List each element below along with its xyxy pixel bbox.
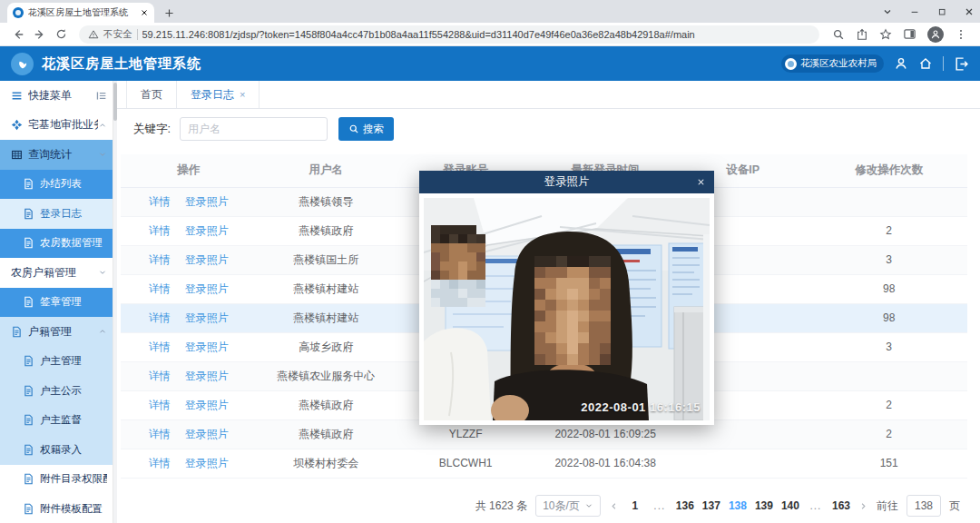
page-number-136[interactable]: 136: [676, 499, 694, 512]
modal-title: 登录照片: [544, 174, 590, 190]
address-bar[interactable]: 不安全 59.215.11.246:8081/zjdsp/?token=1458…: [79, 25, 819, 44]
sidebar-scrollbar-thumb[interactable]: [113, 83, 117, 121]
home-icon[interactable]: [918, 56, 933, 71]
sidebar-item-14[interactable]: 附件模板配置: [0, 494, 113, 523]
sidebar-item-3[interactable]: 办结列表: [0, 170, 113, 200]
modify-count-cell: [810, 187, 967, 216]
maximize-icon[interactable]: [936, 6, 947, 17]
login-photo-link[interactable]: 登录照片: [185, 281, 229, 297]
pixelated-face-center: [534, 256, 611, 365]
sidebar-item-7[interactable]: 签章管理: [0, 288, 113, 318]
zoom-icon[interactable]: [832, 28, 845, 41]
account-cell: BLCCWH1: [396, 449, 535, 478]
collapse-menu-icon[interactable]: [95, 90, 107, 102]
tab-close-icon[interactable]: ×: [240, 89, 245, 100]
sidebar-item-13[interactable]: 附件目录权限配置: [0, 465, 113, 495]
login-photo-link[interactable]: 登录照片: [185, 340, 229, 355]
tab-1[interactable]: 登录日志×: [177, 81, 260, 108]
doc-icon: [23, 296, 34, 308]
bookmark-star-icon[interactable]: [879, 28, 892, 41]
back-icon[interactable]: [12, 28, 24, 41]
login-photo-link[interactable]: 登录照片: [185, 427, 229, 442]
browser-tab-strip: 花溪区房屋土地管理系统: [0, 0, 980, 23]
detail-link[interactable]: 详情: [149, 398, 171, 413]
detail-link[interactable]: 详情: [149, 223, 171, 239]
sidebar-item-9[interactable]: 户主管理: [0, 347, 113, 377]
login-photo-link[interactable]: 登录照片: [185, 252, 229, 268]
doc-icon: [23, 178, 34, 190]
page-size-select[interactable]: 10条/页: [535, 495, 601, 517]
user-icon[interactable]: [894, 56, 908, 71]
logout-icon[interactable]: [954, 56, 969, 72]
photo-scene: [424, 198, 710, 420]
keyword-input[interactable]: [180, 117, 328, 141]
tab-close-icon[interactable]: [140, 8, 149, 17]
reload-icon[interactable]: [55, 28, 67, 40]
detail-link[interactable]: 详情: [149, 340, 171, 355]
login-photo-link[interactable]: 登录照片: [185, 223, 229, 239]
org-badge[interactable]: 花溪区农业农村局: [781, 54, 884, 73]
minimize-icon[interactable]: [909, 6, 920, 17]
username-cell: 燕楼镇政府: [256, 390, 396, 419]
forward-icon[interactable]: [34, 28, 46, 41]
login-photo-link[interactable]: 登录照片: [185, 398, 229, 413]
detail-link[interactable]: 详情: [149, 456, 171, 471]
security-label: 不安全: [103, 28, 132, 41]
menu-icon: [11, 90, 23, 102]
sidebar-item-0[interactable]: 快捷菜单: [0, 81, 113, 111]
detail-link[interactable]: 详情: [149, 194, 171, 210]
doc-icon: [23, 414, 34, 426]
sidebar-item-label: 附件目录权限配置: [40, 472, 107, 486]
url-text: 59.215.11.246:8081/zjdsp/?token=1458f804…: [142, 29, 695, 40]
search-button-label: 搜索: [363, 123, 384, 136]
doc-icon: [11, 326, 23, 338]
page-number-1[interactable]: 1: [627, 499, 643, 512]
sidebar-item-8[interactable]: 户籍管理: [0, 317, 113, 347]
detail-link[interactable]: 详情: [149, 311, 171, 326]
tab-0[interactable]: 首页: [126, 81, 177, 108]
chevron-up-icon: [98, 121, 107, 130]
username-cell: 燕楼镇农业服务中心: [256, 361, 396, 390]
browser-tab[interactable]: 花溪区房屋土地管理系统: [7, 3, 154, 23]
sidebar-item-1[interactable]: 宅基地审批业务: [0, 111, 113, 141]
login-photo-link[interactable]: 登录照片: [185, 194, 229, 210]
page-number-138[interactable]: 138: [729, 499, 747, 512]
goto-page-input[interactable]: [906, 495, 941, 517]
doc-icon: [23, 385, 34, 397]
new-tab-button[interactable]: [163, 5, 175, 19]
next-page-icon[interactable]: [858, 501, 868, 511]
browser-menu-icon[interactable]: [955, 28, 967, 41]
modal-close-icon[interactable]: [696, 171, 706, 193]
username-cell: 燕楼镇政府: [256, 419, 396, 449]
detail-link[interactable]: 详情: [149, 252, 171, 268]
login-photo-link[interactable]: 登录照片: [185, 369, 229, 384]
sidebar-item-6[interactable]: 农房户籍管理: [0, 258, 113, 288]
sidebar-item-12[interactable]: 权籍录入: [0, 435, 113, 465]
username-cell: 燕楼镇领导: [256, 187, 396, 216]
login-photo-link[interactable]: 登录照片: [185, 456, 229, 471]
page-number-163[interactable]: 163: [832, 499, 850, 512]
modify-count-cell: 98: [810, 274, 967, 303]
side-panel-icon[interactable]: [903, 27, 916, 41]
detail-link[interactable]: 详情: [149, 281, 171, 297]
detail-link[interactable]: 详情: [149, 369, 171, 384]
sidebar-item-label: 快捷菜单: [28, 88, 95, 104]
profile-avatar[interactable]: [927, 26, 944, 43]
sidebar-item-5[interactable]: 农房数据管理: [0, 229, 113, 259]
tab-search-icon[interactable]: [882, 6, 893, 17]
sidebar-item-4[interactable]: 登录日志: [0, 199, 113, 229]
page-number-140[interactable]: 140: [781, 499, 799, 512]
share-icon[interactable]: [856, 28, 868, 41]
detail-link[interactable]: 详情: [149, 427, 171, 442]
sidebar-item-10[interactable]: 户主公示: [0, 376, 113, 406]
prev-page-icon[interactable]: [609, 501, 619, 511]
page-number-139[interactable]: 139: [755, 499, 773, 512]
modify-count-cell: 151: [810, 449, 967, 478]
login-photo-link[interactable]: 登录照片: [185, 311, 229, 326]
search-button[interactable]: 搜索: [338, 117, 394, 141]
sidebar-item-2[interactable]: 查询统计: [0, 140, 113, 170]
page-number-137[interactable]: 137: [702, 499, 720, 512]
sidebar-item-11[interactable]: 户主监督: [0, 406, 113, 436]
sidebar-item-label: 农房数据管理: [40, 236, 107, 250]
close-window-icon[interactable]: [964, 6, 975, 17]
